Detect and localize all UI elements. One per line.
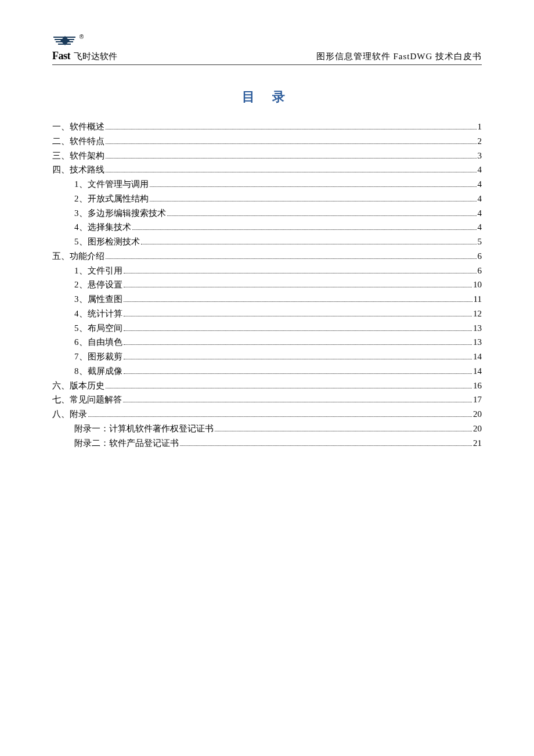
toc-entry-page: 5 xyxy=(478,235,482,249)
toc-entry[interactable]: 一、软件概述1 xyxy=(52,120,482,134)
toc-entry[interactable]: 8、截屏成像14 xyxy=(52,364,482,379)
toc-entry-label: 五、功能介绍 xyxy=(52,249,104,264)
brand-logo-block: ® Fast 飞时达软件 xyxy=(52,35,117,62)
toc-entry-label: 四、技术路线 xyxy=(52,163,104,177)
toc-entry-label: 附录二：软件产品登记证书 xyxy=(74,436,179,451)
toc-entry-page: 21 xyxy=(473,436,482,451)
toc-entry-page: 13 xyxy=(473,335,482,350)
toc-entry-label: 4、统计计算 xyxy=(74,307,122,321)
toc-entry-label: 4、选择集技术 xyxy=(74,220,131,235)
registered-mark: ® xyxy=(80,34,84,40)
toc-leader-dots xyxy=(141,237,477,244)
toc-leader-dots xyxy=(124,324,472,331)
toc-entry-page: 6 xyxy=(478,264,482,278)
toc-entry-page: 10 xyxy=(473,278,482,292)
toc-leader-dots xyxy=(180,439,472,446)
toc-leader-dots xyxy=(124,280,472,287)
toc-entry[interactable]: 3、多边形编辑搜索技术4 xyxy=(52,206,482,221)
toc-entry-page: 20 xyxy=(473,422,482,436)
toc-entry-page: 11 xyxy=(474,292,482,307)
toc-leader-dots xyxy=(167,209,477,216)
toc-entry-label: 六、版本历史 xyxy=(52,379,104,393)
toc-entry[interactable]: 五、功能介绍6 xyxy=(52,249,482,264)
toc-entry-page: 4 xyxy=(478,206,482,221)
toc-entry-label: 附录一：计算机软件著作权登记证书 xyxy=(74,422,214,436)
toc-leader-dots xyxy=(124,309,472,316)
toc-leader-dots xyxy=(150,195,477,201)
toc-leader-dots xyxy=(88,410,472,417)
toc-entry-page: 6 xyxy=(478,249,482,264)
toc-entry[interactable]: 6、自由填色13 xyxy=(52,335,482,350)
toc-entry-label: 2、开放式属性结构 xyxy=(74,192,149,206)
toc-list: 一、软件概述1二、软件特点2三、软件架构3四、技术路线41、文件管理与调用42、… xyxy=(52,120,482,450)
toc-entry-label: 七、常见问题解答 xyxy=(52,393,122,407)
document-page: ® Fast 飞时达软件 图形信息管理软件 FastDWG 技术白皮书 目 录 … xyxy=(0,0,534,485)
toc-leader-dots xyxy=(124,267,477,273)
toc-leader-dots xyxy=(215,424,472,431)
toc-entry-page: 4 xyxy=(478,192,482,206)
toc-leader-dots xyxy=(132,223,477,230)
toc-entry-page: 14 xyxy=(473,350,482,364)
toc-entry-label: 6、自由填色 xyxy=(74,335,122,350)
document-title: 图形信息管理软件 FastDWG 技术白皮书 xyxy=(316,51,482,62)
page-header: ® Fast 飞时达软件 图形信息管理软件 FastDWG 技术白皮书 xyxy=(52,35,482,65)
toc-leader-dots xyxy=(106,165,477,172)
toc-entry[interactable]: 3、属性查图11 xyxy=(52,292,482,307)
toc-entry[interactable]: 4、选择集技术4 xyxy=(52,220,482,235)
toc-entry[interactable]: 2、开放式属性结构4 xyxy=(52,192,482,206)
toc-entry-page: 3 xyxy=(478,149,482,163)
toc-entry-page: 13 xyxy=(473,321,482,336)
toc-entry-label: 8、截屏成像 xyxy=(74,364,122,379)
toc-entry[interactable]: 二、软件特点2 xyxy=(52,134,482,149)
toc-entry[interactable]: 7、图形裁剪14 xyxy=(52,350,482,364)
toc-leader-dots xyxy=(106,123,477,129)
toc-entry-page: 16 xyxy=(473,379,482,393)
toc-entry-page: 20 xyxy=(473,407,482,422)
brand-name-row: Fast 飞时达软件 xyxy=(52,50,117,62)
toc-entry-label: 5、布局空间 xyxy=(74,321,122,336)
toc-entry[interactable]: 六、版本历史16 xyxy=(52,379,482,393)
toc-leader-dots xyxy=(106,381,472,388)
toc-entry-label: 三、软件架构 xyxy=(52,149,104,163)
toc-leader-dots xyxy=(124,295,472,302)
toc-entry[interactable]: 4、统计计算12 xyxy=(52,307,482,321)
toc-leader-dots xyxy=(106,252,477,259)
toc-entry-label: 一、软件概述 xyxy=(52,120,104,134)
toc-entry[interactable]: 1、文件管理与调用4 xyxy=(52,177,482,192)
toc-entry[interactable]: 5、图形检测技术5 xyxy=(52,235,482,249)
fast-logo-icon: ® xyxy=(52,35,78,49)
toc-entry-page: 4 xyxy=(478,163,482,177)
toc-entry-label: 二、软件特点 xyxy=(52,134,104,149)
toc-entry[interactable]: 七、常见问题解答17 xyxy=(52,393,482,407)
toc-entry[interactable]: 附录一：计算机软件著作权登记证书20 xyxy=(52,422,482,436)
brand-name-cn: 飞时达软件 xyxy=(74,51,117,62)
toc-heading: 目 录 xyxy=(52,88,482,106)
toc-entry-label: 3、属性查图 xyxy=(74,292,122,307)
toc-entry-page: 17 xyxy=(473,393,482,407)
toc-entry-page: 14 xyxy=(473,364,482,379)
brand-name-en: Fast xyxy=(52,50,70,62)
toc-leader-dots xyxy=(124,352,472,359)
toc-entry[interactable]: 1、文件引用6 xyxy=(52,264,482,278)
toc-entry-page: 2 xyxy=(478,134,482,149)
toc-leader-dots xyxy=(106,137,477,144)
toc-entry-label: 7、图形裁剪 xyxy=(74,350,122,364)
toc-leader-dots xyxy=(123,395,472,402)
toc-entry[interactable]: 八、附录20 xyxy=(52,407,482,422)
toc-entry-page: 4 xyxy=(478,177,482,192)
toc-entry-label: 2、悬停设置 xyxy=(74,278,122,292)
toc-entry-label: 八、附录 xyxy=(52,407,87,422)
toc-entry-page: 4 xyxy=(478,220,482,235)
toc-leader-dots xyxy=(150,180,477,187)
toc-entry-label: 1、文件管理与调用 xyxy=(74,177,149,192)
toc-entry[interactable]: 四、技术路线4 xyxy=(52,163,482,177)
toc-entry-page: 1 xyxy=(478,120,482,134)
toc-entry-page: 12 xyxy=(473,307,482,321)
toc-leader-dots xyxy=(124,338,472,345)
toc-entry[interactable]: 三、软件架构3 xyxy=(52,149,482,163)
toc-leader-dots xyxy=(106,152,477,159)
toc-entry[interactable]: 5、布局空间13 xyxy=(52,321,482,336)
toc-entry[interactable]: 附录二：软件产品登记证书21 xyxy=(52,436,482,451)
toc-entry[interactable]: 2、悬停设置10 xyxy=(52,278,482,292)
toc-leader-dots xyxy=(124,367,472,374)
